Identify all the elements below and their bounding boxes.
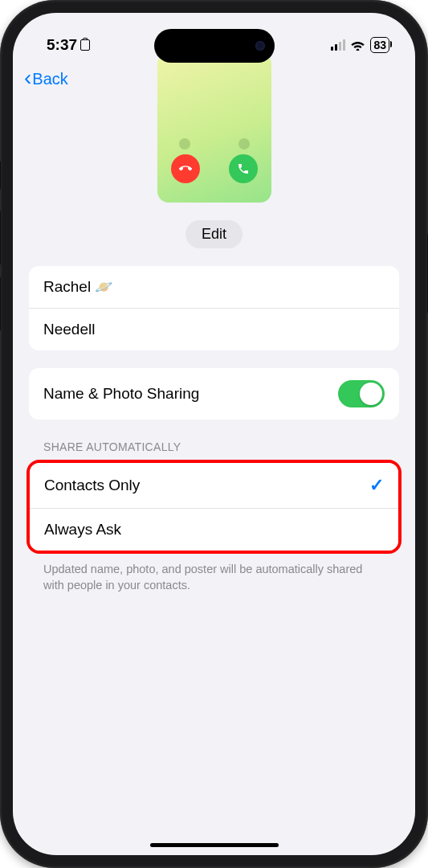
contact-poster-preview[interactable] xyxy=(157,53,271,203)
decline-call-icon xyxy=(171,154,200,183)
last-name-field[interactable]: Needell xyxy=(29,308,399,350)
share-footer-text: Updated name, photo, and poster will be … xyxy=(29,554,399,593)
volume-up-button xyxy=(0,211,1,265)
lock-orientation-icon xyxy=(80,39,90,51)
preview-indicators xyxy=(179,138,250,149)
battery-percent: 83 xyxy=(373,39,386,51)
first-name-value: Rachel xyxy=(43,278,91,295)
volume-down-button xyxy=(0,276,1,331)
accept-call-icon xyxy=(229,154,258,183)
home-indicator[interactable] xyxy=(150,843,279,847)
screen: 5:37 83 ‹ Back xyxy=(13,13,415,855)
back-label: Back xyxy=(32,70,67,88)
name-fields-group: Rachel 🪐 Needell xyxy=(29,266,399,350)
battery-indicator: 83 xyxy=(370,37,389,53)
share-automatically-callout: Contacts Only ✓ Always Ask xyxy=(26,460,402,554)
name-emoji: 🪐 xyxy=(95,279,112,295)
phone-frame: 5:37 83 ‹ Back xyxy=(0,0,428,868)
dynamic-island xyxy=(154,29,275,63)
call-buttons-row xyxy=(171,154,258,183)
share-auto-header: SHARE AUTOMATICALLY xyxy=(29,420,399,460)
chevron-left-icon: ‹ xyxy=(24,67,31,89)
option-contacts-only[interactable]: Contacts Only ✓ xyxy=(30,463,398,508)
sharing-label: Name & Photo Sharing xyxy=(43,385,199,403)
first-name-field[interactable]: Rachel 🪐 xyxy=(29,266,399,308)
edit-label: Edit xyxy=(202,226,226,242)
option-label: Contacts Only xyxy=(44,477,140,494)
cell-signal-icon xyxy=(331,39,345,51)
option-always-ask[interactable]: Always Ask xyxy=(30,508,398,551)
name-photo-sharing-row: Name & Photo Sharing xyxy=(29,368,399,420)
sharing-toggle-group: Name & Photo Sharing xyxy=(29,368,399,420)
sharing-toggle[interactable] xyxy=(338,380,385,407)
status-left: 5:37 xyxy=(47,36,90,54)
option-label: Always Ask xyxy=(44,521,121,538)
share-options-group: Contacts Only ✓ Always Ask xyxy=(30,463,398,551)
front-camera-icon xyxy=(255,41,265,51)
checkmark-icon: ✓ xyxy=(369,475,384,496)
clock-time: 5:37 xyxy=(47,36,77,54)
last-name-value: Needell xyxy=(43,321,95,338)
back-button[interactable]: ‹ Back xyxy=(24,68,68,90)
side-button xyxy=(0,161,1,190)
content-area: Rachel 🪐 Needell Name & Photo Sharing SH… xyxy=(13,266,415,593)
wifi-icon xyxy=(350,39,365,51)
edit-button[interactable]: Edit xyxy=(185,220,243,248)
status-right: 83 xyxy=(331,37,389,53)
